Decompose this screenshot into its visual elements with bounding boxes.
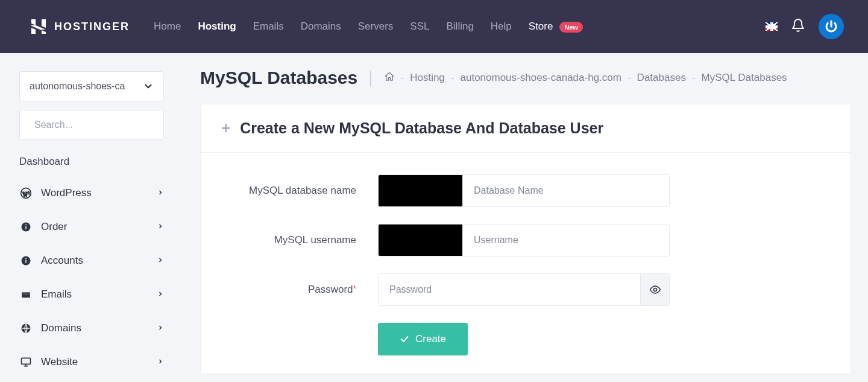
nav-servers[interactable]: Servers: [358, 21, 394, 33]
nav-billing[interactable]: Billing: [446, 21, 473, 33]
card-header: + Create a New MySQL Database And Databa…: [201, 104, 851, 153]
input-wrap-password: [378, 273, 670, 306]
input-wrap-username: [378, 224, 670, 256]
form-row-dbname: MySQL database name: [221, 174, 830, 207]
content: MySQL Databases | - Hosting - autonomous…: [181, 53, 868, 382]
password-input[interactable]: [379, 274, 640, 305]
nav-emails[interactable]: Emails: [253, 21, 284, 33]
sidebar-item-domains[interactable]: Domains: [19, 311, 164, 345]
label-dbname: MySQL database name: [221, 185, 378, 197]
brand-logo[interactable]: HOSTINGER: [29, 17, 130, 36]
label-username: MySQL username: [221, 234, 378, 246]
sidebar-item-wordpress[interactable]: WordPress: [19, 176, 164, 210]
account-power-button[interactable]: [819, 14, 844, 39]
label-password: Password*: [221, 284, 378, 296]
form-row-password: Password*: [221, 273, 830, 306]
envelope-icon: [19, 289, 33, 300]
store-new-badge: New: [559, 22, 583, 33]
sidebar-item-label: WordPress: [41, 187, 92, 199]
wordpress-icon: [19, 187, 33, 199]
sidebar-item-emails[interactable]: Emails: [19, 278, 164, 311]
svg-rect-7: [25, 260, 27, 263]
chevron-right-icon: [157, 221, 164, 233]
breadcrumb-databases[interactable]: Databases: [637, 72, 686, 84]
username-input[interactable]: [463, 224, 669, 256]
sidebar-search[interactable]: [19, 110, 164, 140]
chevron-right-icon: [157, 187, 164, 199]
top-header: HOSTINGER Home Hosting Emails Domains Se…: [0, 0, 868, 53]
check-icon: [400, 334, 409, 344]
eye-icon: [649, 284, 661, 296]
breadcrumb-mysql[interactable]: MySQL Databases: [702, 72, 787, 84]
chevron-right-icon: [157, 356, 164, 368]
search-input[interactable]: [34, 119, 155, 130]
dbname-input[interactable]: [463, 175, 669, 206]
sidebar: autonomous-shoes-ca Dashboard WordPress …: [0, 53, 181, 382]
info-icon: [19, 255, 33, 266]
home-icon[interactable]: [384, 71, 395, 85]
site-selector-value: autonomous-shoes-ca: [30, 81, 125, 92]
notifications-bell-icon[interactable]: [791, 18, 805, 35]
create-db-card: + Create a New MySQL Database And Databa…: [200, 104, 851, 374]
globe-icon: [19, 323, 33, 334]
page-header: MySQL Databases | - Hosting - autonomous…: [200, 68, 851, 88]
form-row-username: MySQL username: [221, 224, 830, 256]
nav-home[interactable]: Home: [154, 21, 181, 33]
chevron-right-icon: [157, 255, 164, 267]
sidebar-item-label: Domains: [41, 322, 81, 334]
svg-rect-10: [22, 358, 31, 364]
nav-store[interactable]: Store New: [529, 21, 583, 33]
nav-domains[interactable]: Domains: [301, 21, 341, 33]
submit-row: Create: [221, 323, 830, 355]
sidebar-item-label: Emails: [41, 288, 72, 301]
site-selector[interactable]: autonomous-shoes-ca: [19, 71, 164, 101]
create-button[interactable]: Create: [378, 323, 468, 355]
breadcrumb: - Hosting - autonomous-shoes-canada-hg.c…: [384, 71, 787, 85]
sidebar-item-label: Accounts: [41, 255, 83, 267]
plus-icon: +: [221, 119, 230, 138]
sidebar-item-order[interactable]: Order: [19, 210, 164, 244]
toggle-password-visibility[interactable]: [640, 274, 669, 305]
chevron-right-icon: [157, 322, 164, 334]
chevron-right-icon: [157, 288, 164, 301]
sidebar-item-label: Order: [41, 221, 67, 233]
page-title: MySQL Databases: [200, 68, 357, 88]
svg-point-13: [653, 288, 656, 291]
brand-name: HOSTINGER: [54, 21, 130, 33]
nav-hosting[interactable]: Hosting: [198, 21, 236, 33]
svg-rect-4: [25, 226, 27, 229]
sidebar-item-accounts[interactable]: Accounts: [19, 244, 164, 278]
create-button-label: Create: [415, 333, 446, 345]
svg-rect-8: [25, 258, 27, 259]
monitor-icon: [19, 356, 33, 368]
nav-ssl[interactable]: SSL: [410, 21, 429, 33]
card-title: Create a New MySQL Database And Database…: [240, 119, 603, 137]
hostinger-logo-icon: [29, 17, 48, 36]
info-icon: [19, 221, 33, 232]
header-right: [766, 14, 844, 39]
nav-help[interactable]: Help: [491, 21, 512, 33]
sidebar-item-label: Website: [41, 356, 78, 368]
breadcrumb-hosting[interactable]: Hosting: [410, 72, 445, 84]
sidebar-item-website[interactable]: Website: [19, 345, 164, 379]
title-separator: |: [368, 68, 373, 88]
nav-store-label: Store: [529, 21, 553, 32]
dbname-prefix-redacted: [379, 175, 463, 206]
input-wrap-dbname: [378, 174, 670, 207]
chevron-down-icon: [143, 81, 154, 92]
language-flag-uk[interactable]: [766, 22, 778, 31]
primary-nav: Home Hosting Emails Domains Servers SSL …: [154, 21, 583, 33]
sidebar-heading: Dashboard: [19, 156, 164, 168]
svg-rect-5: [25, 224, 27, 226]
card-body: MySQL database name MySQL username: [201, 153, 851, 374]
breadcrumb-domain[interactable]: autonomous-shoes-canada-hg.com: [461, 72, 621, 84]
username-prefix-redacted: [379, 224, 463, 256]
